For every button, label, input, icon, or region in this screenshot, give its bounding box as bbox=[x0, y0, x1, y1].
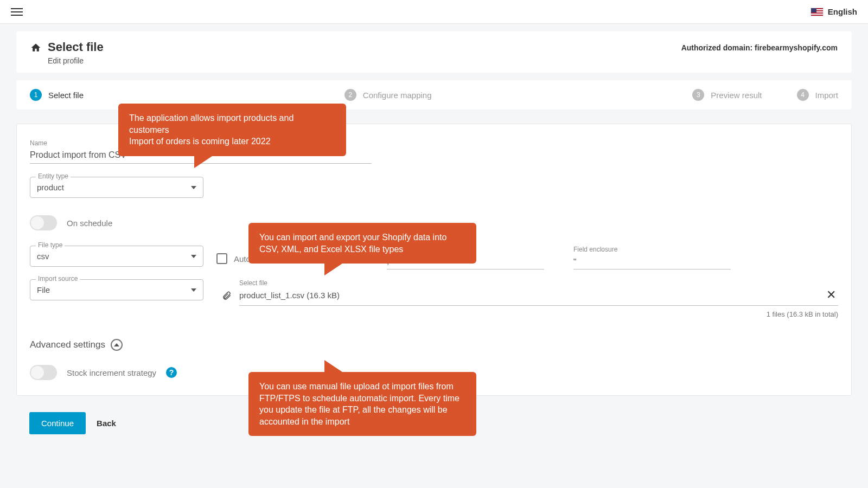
authorized-domain: Authorized domain: firebearmyshopify.com bbox=[681, 43, 838, 52]
step-badge: 3 bbox=[692, 89, 704, 101]
clear-file-icon[interactable]: ✕ bbox=[824, 288, 838, 302]
callout-source-note: You can use manual file upload ot import… bbox=[248, 372, 476, 436]
chevron-up-icon bbox=[111, 339, 123, 351]
page-title: Select file bbox=[48, 40, 104, 54]
continue-button[interactable]: Continue bbox=[29, 412, 86, 434]
callout-entity-note: The application allows import products a… bbox=[118, 104, 346, 156]
on-schedule-label: On schedule bbox=[67, 219, 112, 228]
advanced-settings-toggle[interactable]: Advanced settings bbox=[30, 339, 838, 351]
callout-text: Import of orders is coming later 2022 bbox=[129, 136, 335, 147]
select-file-label: Select file bbox=[239, 279, 838, 287]
step-label: Configure mapping bbox=[363, 91, 432, 100]
step-import[interactable]: 4 Import bbox=[797, 89, 839, 101]
flag-icon bbox=[810, 8, 824, 16]
help-icon[interactable]: ? bbox=[166, 367, 177, 378]
stock-increment-label: Stock increment strategy bbox=[67, 368, 156, 377]
chevron-down-icon bbox=[191, 186, 196, 189]
file-type-select[interactable]: File type csv bbox=[30, 246, 203, 267]
page-subtitle: Edit profile bbox=[48, 56, 104, 65]
field-enclosure-label: Field enclosure bbox=[573, 246, 731, 253]
step-label: Select file bbox=[48, 91, 84, 100]
step-configure-mapping[interactable]: 2 Configure mapping bbox=[344, 89, 432, 101]
entity-type-value: product bbox=[37, 183, 64, 192]
entity-type-label: Entity type bbox=[36, 172, 71, 180]
home-icon[interactable] bbox=[30, 42, 41, 53]
top-bar: English bbox=[0, 0, 868, 24]
stock-increment-toggle[interactable] bbox=[30, 365, 57, 380]
step-badge: 1 bbox=[30, 89, 42, 101]
callout-text: You can use manual file upload ot import… bbox=[259, 381, 465, 427]
step-label: Import bbox=[815, 91, 839, 100]
menu-icon[interactable] bbox=[11, 6, 23, 18]
import-source-label: Import source bbox=[36, 275, 80, 282]
auto-detect-checkbox[interactable] bbox=[216, 253, 227, 264]
file-type-label: File type bbox=[36, 241, 65, 249]
step-select-file[interactable]: 1 Select file bbox=[30, 89, 84, 101]
back-button[interactable]: Back bbox=[97, 419, 116, 428]
attachment-icon[interactable] bbox=[222, 290, 232, 302]
language-label: English bbox=[828, 7, 857, 16]
step-label: Preview result bbox=[711, 91, 762, 100]
chevron-down-icon bbox=[191, 288, 196, 292]
import-source-select[interactable]: Import source File bbox=[30, 279, 203, 300]
file-summary: 1 files (16.3 kB in total) bbox=[222, 310, 838, 318]
step-badge: 4 bbox=[797, 89, 809, 101]
on-schedule-toggle[interactable] bbox=[30, 215, 57, 230]
language-selector[interactable]: English bbox=[810, 7, 857, 16]
file-type-value: csv bbox=[37, 252, 49, 261]
step-badge: 2 bbox=[344, 89, 356, 101]
callout-text: The application allows import products a… bbox=[129, 112, 335, 136]
callout-text: You can import and export your Shopify d… bbox=[259, 232, 465, 255]
page-header: Select file Edit profile Authorized doma… bbox=[16, 31, 852, 73]
advanced-settings-label: Advanced settings bbox=[30, 339, 105, 350]
import-source-value: File bbox=[37, 285, 50, 294]
selected-file-name: product_list_1.csv (16.3 kB) bbox=[239, 291, 824, 300]
entity-type-select[interactable]: Entity type product bbox=[30, 177, 203, 198]
callout-filetype-note: You can import and export your Shopify d… bbox=[248, 223, 476, 264]
chevron-down-icon bbox=[191, 255, 196, 258]
step-preview-result[interactable]: 3 Preview result bbox=[692, 89, 762, 101]
field-enclosure-input[interactable]: " bbox=[573, 254, 731, 269]
